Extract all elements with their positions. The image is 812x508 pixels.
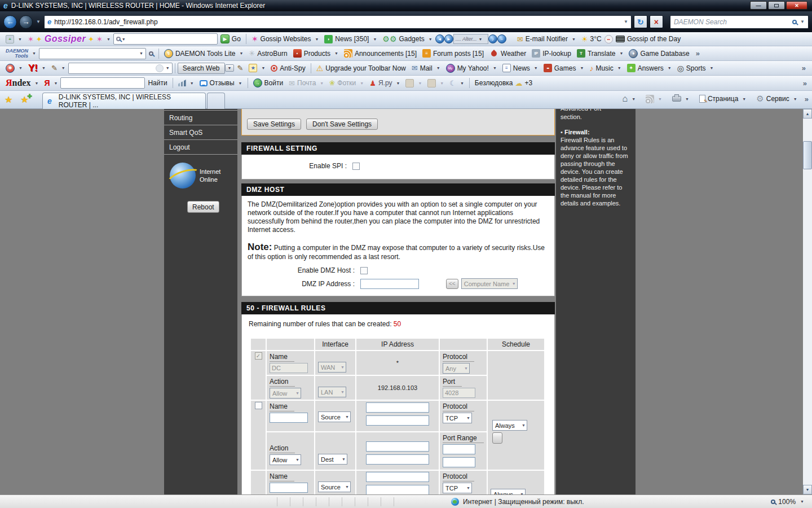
computer-name-select[interactable]: Computer Name▼ xyxy=(461,278,518,289)
rule2-checkbox[interactable] xyxy=(255,402,262,409)
rule2-dest-ip-start[interactable] xyxy=(366,441,429,452)
anti-spy-button[interactable]: Anti-Spy xyxy=(268,64,308,73)
search-web-dropdown[interactable]: ▼ xyxy=(225,64,235,72)
rule3-source-ip-end[interactable] xyxy=(366,485,429,494)
sports-menu[interactable]: ◎Sports▼ xyxy=(674,63,717,73)
rule2-port-end[interactable] xyxy=(443,457,475,467)
browser-menu[interactable]: ✱▼ xyxy=(3,63,25,73)
close-button[interactable]: ✕ xyxy=(786,1,807,10)
sound-off-button[interactable]: − xyxy=(497,34,506,43)
weather-button[interactable]: Weather xyxy=(487,49,529,58)
yandex-brand-menu[interactable]: Яndex▼ xyxy=(3,77,41,89)
rule1-interface-select[interactable]: WAN▼ xyxy=(318,362,346,373)
scroll-down-button[interactable]: ▼ xyxy=(803,485,812,494)
music-menu[interactable]: ♪Music▼ xyxy=(586,63,624,73)
rule1-dest-interface-select[interactable]: LAN▼ xyxy=(318,387,346,397)
gossiper-go-button[interactable]: ▶Go xyxy=(218,34,244,44)
rule3-schedule-select[interactable]: Always▼ xyxy=(491,489,526,494)
favorites-star-icon[interactable]: ★ xyxy=(5,94,12,105)
active-tab[interactable]: e D-LINK SYSTEMS, INC | WIRELESS ROUTER … xyxy=(42,93,206,109)
ya-ru-menu[interactable]: ♟Я.ру▼ xyxy=(367,78,403,88)
reboot-button[interactable]: Reboot xyxy=(187,201,219,213)
enable-spi-checkbox[interactable] xyxy=(352,163,360,170)
rule2-action-select[interactable]: Allow▼ xyxy=(270,454,301,465)
add-favorite-icon[interactable]: ★✚ xyxy=(20,94,28,105)
stop-button[interactable]: × xyxy=(650,15,663,28)
vertical-scrollbar[interactable]: ▲ ▼ xyxy=(803,109,812,494)
rule1-checkbox[interactable]: ✓ xyxy=(255,352,262,360)
toolbar-overflow-chevron[interactable]: » xyxy=(696,49,700,58)
yahoo-search-input[interactable]: ▼ xyxy=(68,63,173,74)
rule3-name-input[interactable] xyxy=(270,483,308,493)
minimize-button[interactable]: — xyxy=(750,1,767,10)
ip-lookup-button[interactable]: IPIP-lookup xyxy=(529,49,574,58)
products-menu[interactable]: ▪Products▼ xyxy=(290,49,341,58)
back-button[interactable]: ← xyxy=(3,15,17,29)
yandex-find-button[interactable]: Найти xyxy=(145,78,170,87)
rule1-action-select[interactable]: Allow▼ xyxy=(270,388,301,398)
reviews-menu[interactable]: Отзывы▼ xyxy=(197,78,245,87)
rule2-dest-select[interactable]: Dest▼ xyxy=(318,454,347,465)
refresh-button[interactable]: ↻ xyxy=(634,15,647,28)
feeds-menu[interactable]: ▼ xyxy=(643,94,665,104)
toolbar-overflow-chevron[interactable]: » xyxy=(802,64,806,72)
tools-menu[interactable]: ⚙Сервис▼ xyxy=(753,93,800,104)
sidebar-item-routing[interactable]: Routing xyxy=(164,110,237,125)
forum-posts-button[interactable]: ≡Forum posts [15] xyxy=(420,49,487,58)
commands-overflow-chevron[interactable]: » xyxy=(805,95,809,103)
gossiper-brand[interactable]: ✶✦ Gossiper ✦✶ ▼ xyxy=(25,33,113,45)
games-menu[interactable]: ••Games▼ xyxy=(541,63,587,73)
bookmarks-menu[interactable]: ★▼ xyxy=(246,63,268,73)
yandex-search-input[interactable] xyxy=(60,77,145,89)
my-yahoo-menu[interactable]: MyMy Yahoo!▼ xyxy=(443,63,500,73)
news-menu[interactable]: ◗News [350]▼ xyxy=(321,34,379,44)
search-icon[interactable] xyxy=(792,20,797,24)
toolbar-overflow-chevron[interactable]: » xyxy=(803,79,807,87)
rule2-name-input[interactable] xyxy=(270,413,308,423)
forward-button[interactable]: → xyxy=(19,15,33,29)
history-dropdown-icon[interactable]: ▼ xyxy=(36,19,41,24)
ticker-box[interactable]: .... Alter...▼ xyxy=(453,34,488,44)
rule3-protocol-select[interactable]: TCP▼ xyxy=(443,483,472,493)
rule2-port-start[interactable] xyxy=(443,444,475,454)
scrollbar-thumb[interactable] xyxy=(803,141,812,169)
print-menu[interactable]: ▼ xyxy=(669,95,692,102)
next-button[interactable]: ► xyxy=(444,34,453,43)
scroll-up-button[interactable]: ▲ xyxy=(803,109,812,119)
search-web-button[interactable]: Search Web xyxy=(178,63,225,74)
daemon-tools-lite-menu[interactable]: ↯DAEMON Tools Lite▼ xyxy=(161,49,246,59)
copy-arrows-button[interactable]: << xyxy=(446,279,458,289)
enable-dmz-checkbox[interactable] xyxy=(360,267,368,274)
url-text[interactable]: http://192.168.0.1/adv_firewall.php xyxy=(54,18,621,26)
rule2-schedule-select[interactable]: Always▼ xyxy=(492,420,527,431)
sidebar-item-smart-qos[interactable]: Smart QoS xyxy=(164,125,237,140)
sidebar-item-logout[interactable]: Logout xyxy=(164,140,237,155)
rule1-name-input[interactable] xyxy=(270,363,308,373)
mail-menu-disabled[interactable]: ✉Почта▼ xyxy=(286,78,326,88)
rule1-protocol-select[interactable]: Any▼ xyxy=(443,363,470,374)
chat-bubble-icon[interactable]: •• xyxy=(604,35,613,43)
answers-menu[interactable]: ✦Answers▼ xyxy=(624,63,674,73)
sound-on-button[interactable]: ♪ xyxy=(488,34,497,43)
traffic-menu[interactable]: ▼ xyxy=(175,79,197,87)
rule2-source-ip-end[interactable] xyxy=(366,415,429,426)
highlight-button[interactable]: ✎ xyxy=(234,63,246,73)
gossip-websites-menu[interactable]: ✶Gossip Websites▼ xyxy=(249,34,321,44)
extra-menu-1[interactable]: ▼ xyxy=(403,78,425,88)
prev-button[interactable]: ◄ xyxy=(435,34,444,43)
night-menu[interactable]: ☾▼ xyxy=(447,78,467,88)
gadgets-menu[interactable]: ⚙⚙Gadgets▼ xyxy=(379,34,435,44)
game-database-button[interactable]: ♦Game Database xyxy=(626,49,692,59)
search-dropdown-icon[interactable]: ▼ xyxy=(800,19,805,24)
yahoo-news-menu[interactable]: ≡News▼ xyxy=(500,63,541,73)
rule2-source-ip-start[interactable] xyxy=(366,402,429,413)
rule3-source-ip-start[interactable] xyxy=(366,472,429,482)
mail-menu[interactable]: ✉Mail▼ xyxy=(409,63,443,73)
zoom-control[interactable]: 100% ▼ xyxy=(771,498,812,506)
weather-widget[interactable]: ☀3°C xyxy=(579,34,604,44)
gossip-of-the-day[interactable]: Gossip of the Day xyxy=(613,34,683,43)
daemon-search-box[interactable]: ▼ xyxy=(670,15,809,29)
maximize-button[interactable] xyxy=(768,1,785,10)
daemon-search-input[interactable]: ▼ xyxy=(39,48,146,59)
zoom-dropdown-icon[interactable]: ▼ xyxy=(800,500,804,503)
